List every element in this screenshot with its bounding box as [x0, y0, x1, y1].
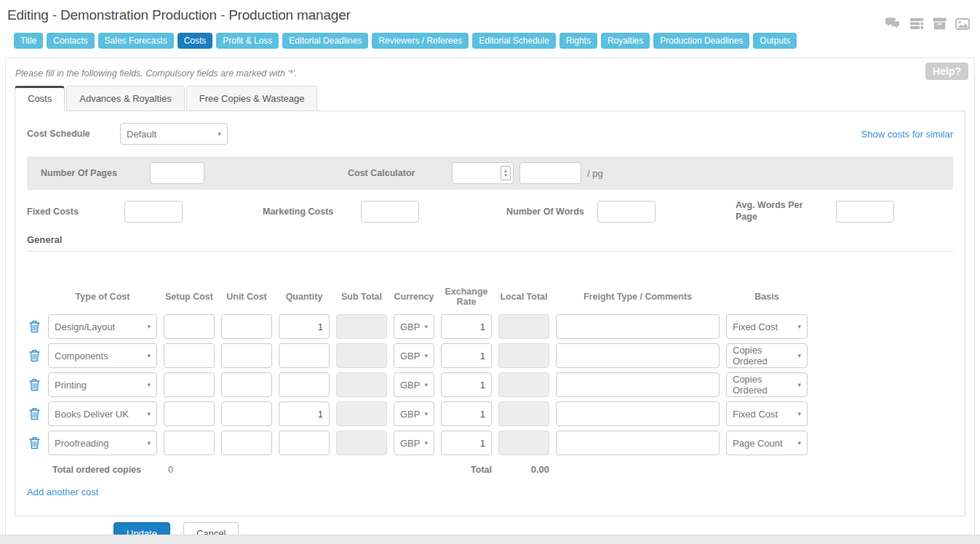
- currency-select[interactable]: GBP▾: [394, 343, 434, 368]
- quantity-input[interactable]: [279, 314, 330, 339]
- tab-title[interactable]: Title: [14, 33, 43, 49]
- delete-row-icon[interactable]: [27, 407, 41, 420]
- exchange-rate-input[interactable]: [441, 314, 492, 339]
- delete-row-icon[interactable]: [27, 436, 41, 449]
- setup-cost-input[interactable]: [164, 372, 215, 397]
- setup-cost-input[interactable]: [164, 401, 215, 426]
- cost-schedule-select[interactable]: Default ▾: [120, 123, 228, 145]
- subtab-costs[interactable]: Costs: [15, 86, 65, 111]
- basis-select[interactable]: Copies Ordered▾: [726, 372, 808, 397]
- type-of-cost-select[interactable]: Proofreading▾: [48, 431, 157, 455]
- freight-comments-input[interactable]: [556, 401, 720, 426]
- local-total-input: [498, 401, 549, 426]
- quantity-input[interactable]: [279, 431, 330, 455]
- chevron-down-icon: ▾: [797, 381, 801, 388]
- type-of-cost-select[interactable]: Books Deliver UK▾: [48, 401, 157, 426]
- number-of-words-input[interactable]: [597, 201, 656, 223]
- total-label: Total: [441, 465, 492, 475]
- unit-cost-input[interactable]: [221, 401, 272, 426]
- tab-rights[interactable]: Rights: [559, 33, 597, 49]
- fixed-costs-input[interactable]: [124, 201, 183, 223]
- setup-cost-input[interactable]: [164, 431, 215, 455]
- number-spinner-icon[interactable]: ▲▼: [501, 166, 511, 180]
- freight-comments-input[interactable]: [556, 343, 720, 368]
- tab-contacts[interactable]: Contacts: [47, 33, 94, 49]
- tab-reviewers-referees[interactable]: Reviewers / Referees: [372, 33, 469, 49]
- chevron-down-icon: ▾: [424, 352, 428, 359]
- unit-cost-input[interactable]: [221, 343, 272, 368]
- show-costs-for-similar-link[interactable]: Show costs for similar: [861, 129, 953, 140]
- horizontal-scrollbar[interactable]: [0, 535, 980, 544]
- type-of-cost-select[interactable]: Printing▾: [48, 372, 157, 397]
- per-page-suffix: / pg: [587, 168, 603, 179]
- general-section-heading: General: [27, 234, 953, 252]
- comments-icon[interactable]: [885, 17, 901, 30]
- basis-select[interactable]: Page Count▾: [726, 431, 808, 455]
- number-of-pages-input[interactable]: [150, 162, 204, 184]
- sub-total-input: [336, 372, 387, 397]
- type-of-cost-value: Printing: [55, 380, 87, 391]
- freight-comments-input[interactable]: [556, 314, 720, 339]
- marketing-costs-input[interactable]: [361, 201, 419, 223]
- basis-select[interactable]: Fixed Cost▾: [726, 314, 808, 339]
- tab-production-deadlines[interactable]: Production Deadlines: [653, 33, 749, 49]
- delete-row-icon[interactable]: [27, 378, 41, 391]
- avg-words-per-page-input[interactable]: [836, 201, 894, 223]
- cost-table-header: Type of Cost Setup Cost Unit Cost Quanti…: [27, 287, 953, 307]
- tab-royalties[interactable]: Royalties: [601, 33, 650, 49]
- costs-tab-panel: Cost Schedule Default ▾ Show costs for s…: [15, 111, 965, 516]
- currency-select[interactable]: GBP▾: [394, 401, 434, 426]
- subtab-free-copies-wasteage[interactable]: Free Copies & Wasteage: [186, 86, 318, 111]
- currency-select[interactable]: GBP▾: [394, 372, 434, 397]
- compulsory-fields-hint: Please fill in the following fields. Com…: [15, 68, 974, 79]
- exchange-rate-input[interactable]: [441, 401, 492, 426]
- unit-cost-input[interactable]: [221, 314, 272, 339]
- freight-comments-input[interactable]: [556, 431, 720, 455]
- cost-row: Books Deliver UK▾ GBP▾ Fixed Cost▾: [27, 401, 953, 426]
- currency-select[interactable]: GBP▾: [394, 314, 434, 339]
- chevron-down-icon: ▾: [147, 323, 151, 330]
- type-of-cost-select[interactable]: Design/Layout▾: [48, 314, 157, 339]
- type-of-cost-select[interactable]: Components▾: [48, 343, 157, 368]
- exchange-rate-input[interactable]: [441, 431, 492, 455]
- server-list-icon[interactable]: [909, 17, 924, 30]
- tab-costs[interactable]: Costs: [178, 33, 213, 49]
- tab-profit-loss[interactable]: Profit & Loss: [216, 33, 279, 49]
- cost-row: Components▾ GBP▾ Copies Ordered▾: [27, 343, 953, 368]
- number-of-words-label: Number Of Words: [506, 207, 597, 217]
- archive-box-icon[interactable]: [933, 17, 947, 30]
- header-type-of-cost: Type of Cost: [48, 292, 157, 302]
- quantity-input[interactable]: [279, 372, 330, 397]
- image-icon[interactable]: [955, 18, 970, 30]
- cost-per-page-input[interactable]: [519, 162, 581, 184]
- basis-select[interactable]: Copies Ordered▾: [726, 343, 808, 368]
- local-total-input: [498, 314, 549, 339]
- delete-row-icon[interactable]: [27, 349, 41, 362]
- type-of-cost-value: Proofreading: [55, 438, 108, 449]
- delete-row-icon[interactable]: [27, 320, 41, 333]
- type-of-cost-value: Design/Layout: [55, 321, 115, 332]
- number-of-pages-label: Number Of Pages: [41, 168, 150, 178]
- quantity-input[interactable]: [279, 401, 330, 426]
- tab-sales-forecasts[interactable]: Sales Forecasts: [98, 33, 174, 49]
- chevron-down-icon: ▾: [424, 410, 428, 417]
- tab-outputs[interactable]: Outputs: [753, 33, 797, 49]
- add-another-cost-link[interactable]: Add another cost: [27, 487, 98, 497]
- unit-cost-input[interactable]: [221, 372, 272, 397]
- setup-cost-input[interactable]: [164, 314, 215, 339]
- help-button[interactable]: Help?: [925, 63, 968, 80]
- freight-comments-input[interactable]: [556, 372, 720, 397]
- chevron-down-icon: ▾: [797, 439, 801, 447]
- exchange-rate-input[interactable]: [441, 343, 492, 368]
- basis-select[interactable]: Fixed Cost▾: [726, 401, 808, 426]
- exchange-rate-input[interactable]: [441, 372, 492, 397]
- currency-select[interactable]: GBP▾: [394, 431, 434, 455]
- subtab-advances-royalties[interactable]: Advances & Royalties: [66, 86, 184, 111]
- tab-editorial-deadlines[interactable]: Editorial Deadlines: [282, 33, 368, 49]
- form-container: Help? Please fill in the following field…: [5, 57, 975, 544]
- setup-cost-input[interactable]: [164, 343, 215, 368]
- quantity-input[interactable]: [279, 343, 330, 368]
- marketing-costs-label: Marketing Costs: [263, 207, 361, 217]
- unit-cost-input[interactable]: [221, 431, 272, 455]
- tab-editorial-schedule[interactable]: Editorial Schedule: [472, 33, 556, 49]
